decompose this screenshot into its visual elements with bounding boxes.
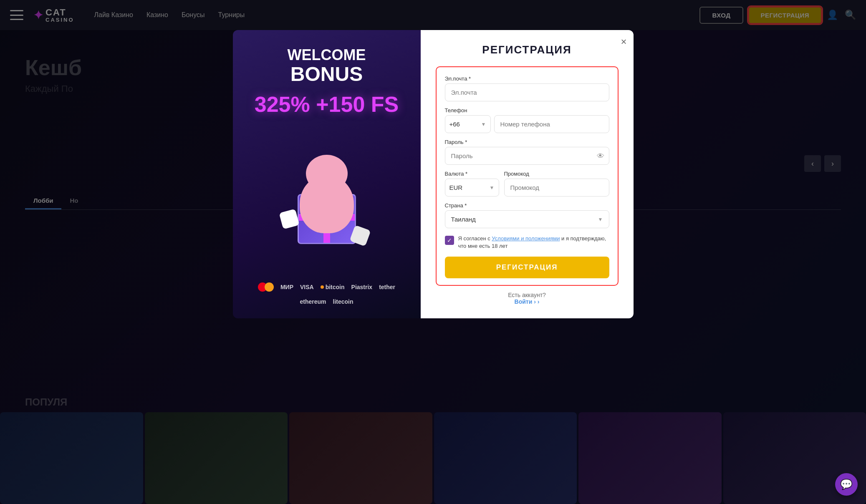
checkbox-checkmark: ✓ [447,237,452,243]
bitcoin-dot [321,285,324,289]
phone-code-select[interactable]: +66 ▼ [445,115,491,133]
modal-overlay: WELCOME BONUS 325% +150 FS [0,0,866,504]
promo-label: Промокод [504,171,609,177]
mc-orange-circle [265,282,274,292]
welcome-title: WELCOME BONUS [288,47,366,85]
phone-label: Телефон [445,107,609,113]
phone-field-group: Телефон +66 ▼ [445,107,609,133]
mir-logo: МИР [280,284,293,290]
dice-1 [279,209,299,229]
form-border-area: Эл.почта * Телефон +66 ▼ [436,66,619,286]
email-label: Эл.почта * [445,76,609,82]
terms-link[interactable]: Условиями и положениями [492,235,560,242]
already-account: Есть аккаунт? Войти › [436,292,619,305]
close-button[interactable]: × [621,37,626,47]
phone-row: +66 ▼ [445,115,609,133]
piastrix-logo: Piastrix [351,284,373,290]
phone-code-value: +66 [449,121,460,128]
country-label: Страна * [445,202,609,209]
visa-logo: VISA [300,284,314,290]
currency-select[interactable]: EUR ▼ [445,179,499,197]
welcome-line2: BONUS [290,63,363,85]
bitcoin-logo: bitcoin [321,284,345,290]
litecoin-logo: litecoin [333,298,353,305]
cat-image-area [273,120,381,276]
password-label: Пароль * [445,139,609,145]
chat-bubble[interactable]: 💬 [835,473,858,496]
cat-illustration [273,144,381,252]
welcome-panel: WELCOME BONUS 325% +150 FS [233,30,421,318]
country-field-group: Страна * Таиланд ▼ [445,202,609,228]
email-field-group: Эл.почта * [445,76,609,101]
modal-container: WELCOME BONUS 325% +150 FS [233,30,634,318]
submit-register-button[interactable]: РЕГИСТРАЦИЯ [445,257,609,278]
promo-field-group: Промокод [504,171,609,197]
phone-number-input[interactable] [494,115,609,133]
country-value: Таиланд [451,216,476,223]
terms-text: Я согласен с Условиями и положениями и я… [458,235,609,250]
payment-methods: МИР VISA bitcoin Piastrix tether ethereu… [246,282,407,305]
promo-input[interactable] [504,179,609,197]
country-chevron: ▼ [598,217,603,222]
mastercard-logo [258,282,274,292]
password-input[interactable] [445,147,609,165]
phone-code-chevron: ▼ [481,121,486,127]
form-title: РЕГИСТРАЦИЯ [436,43,619,56]
registration-panel: × РЕГИСТРАЦИЯ Эл.почта * Телефон +66 ▼ [421,30,634,318]
currency-chevron: ▼ [490,185,495,191]
password-wrapper: 👁 [445,147,609,165]
ethereum-logo: ethereum [300,298,326,305]
chat-icon: 💬 [840,479,853,490]
currency-field-group: Валюта * EUR ▼ [445,171,499,197]
eye-icon[interactable]: 👁 [597,151,604,160]
terms-checkbox[interactable]: ✓ [445,236,454,245]
welcome-line1: WELCOME [288,47,366,63]
bonus-amount: 325% +150 FS [255,92,399,117]
cat-head [306,155,348,192]
currency-value: EUR [449,184,463,191]
tether-logo: tether [379,284,395,290]
password-field-group: Пароль * 👁 [445,139,609,165]
currency-label: Валюта * [445,171,499,177]
login-link[interactable]: Войти › [515,298,540,305]
email-input[interactable] [445,83,609,101]
terms-row: ✓ Я согласен с Условиями и положениями и… [445,235,609,250]
country-select[interactable]: Таиланд ▼ [445,210,609,228]
currency-promo-row: Валюта * EUR ▼ Промокод [445,171,609,202]
